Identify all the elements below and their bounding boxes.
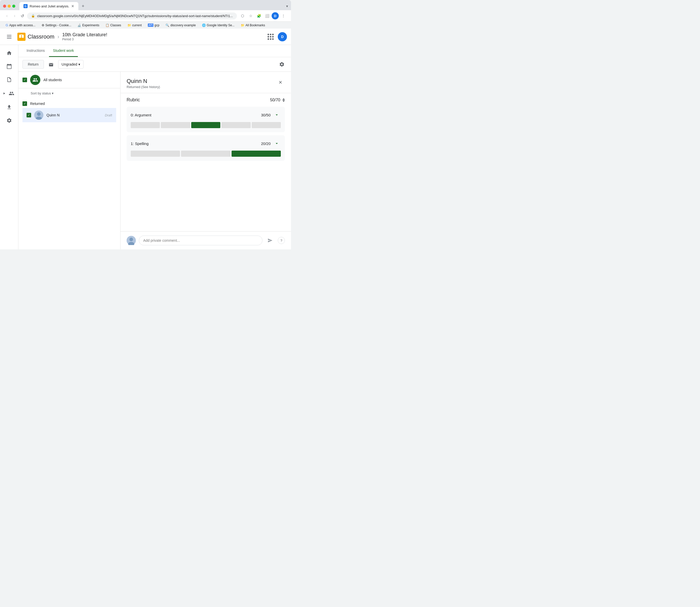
bar-segment — [161, 122, 190, 128]
grid-dot — [268, 36, 269, 38]
app-header: Classroom › 10th Grade Literature! Perio… — [0, 28, 291, 45]
address-bar: ‹ › ↺ 🔒 classroom.google.com/u/0/c/NjEyM… — [0, 10, 291, 21]
bookmark-icon[interactable]: ☆ — [247, 12, 254, 19]
spelling-expand-button[interactable] — [273, 139, 281, 148]
extensions-icon[interactable]: 🧩 — [255, 12, 263, 19]
header-actions: D — [266, 32, 287, 42]
bookmark-gcp-label: gcp — [155, 23, 159, 27]
maximize-traffic-light[interactable] — [12, 5, 15, 8]
sidebar-icon-settings[interactable] — [3, 114, 15, 127]
bookmark-google-identity-icon: 🌐 — [202, 23, 206, 27]
tab-bar: G Romeo and Juliet analysis. ✕ + ▾ — [0, 0, 291, 10]
score-up-arrow[interactable] — [282, 98, 285, 100]
score-down-arrow[interactable] — [282, 100, 285, 102]
bookmark-experiments-label: Experiments — [82, 23, 99, 27]
bookmark-apps[interactable]: G Apps with access... — [4, 23, 37, 27]
bookmark-google-identity[interactable]: 🌐 Google Identity Se... — [200, 23, 236, 27]
spelling-rubric-bar — [131, 151, 281, 157]
bar-segment-filled — [231, 151, 281, 157]
detail-header: Quinn N Returned (See history) ✕ — [121, 72, 291, 93]
close-traffic-light[interactable] — [3, 5, 6, 8]
grade-filter-dropdown[interactable]: Ungraded ▾ — [58, 60, 83, 69]
student-avatar — [34, 110, 43, 120]
sidebar-icon-assignments[interactable] — [3, 74, 15, 86]
grid-dot — [272, 36, 274, 38]
tabs-bar: Instructions Student work — [18, 45, 291, 57]
toolbar: Return Ungraded ▾ — [18, 57, 291, 72]
forward-button[interactable]: › — [12, 12, 17, 19]
rubric-score-value: 50/70 — [270, 98, 280, 102]
url-text: classroom.google.com/u/0/c/NjEyMDI4ODIxM… — [37, 14, 233, 18]
commenter-avatar — [127, 236, 136, 245]
hamburger-button[interactable] — [4, 32, 14, 42]
rubric-total-score: 50/70 — [270, 98, 285, 102]
tab-overflow-button[interactable]: ▾ — [286, 4, 288, 8]
tab-title: Romeo and Juliet analysis. — [29, 4, 69, 8]
grid-dot — [270, 38, 271, 40]
private-comment-input[interactable] — [139, 236, 263, 245]
cast-icon[interactable]: ⬡ — [239, 12, 246, 19]
tab-instructions[interactable]: Instructions — [22, 45, 49, 57]
send-comment-button[interactable] — [266, 236, 275, 245]
rubric-item-name-spelling: 1: Spelling — [131, 141, 149, 146]
grid-dots-icon — [268, 34, 274, 40]
sidebar-icon-home[interactable] — [3, 47, 15, 59]
bookmarks-bar: G Apps with access... ⚙ Settings - Cooki… — [0, 21, 291, 28]
email-button[interactable] — [46, 59, 56, 69]
rubric-item-name-argument: 0: Argument — [131, 113, 151, 117]
active-tab[interactable]: G Romeo and Juliet analysis. ✕ — [19, 2, 78, 10]
grid-dot — [270, 36, 271, 38]
bookmark-settings[interactable]: ⚙ Settings - Cookie... — [40, 23, 73, 27]
score-stepper[interactable] — [282, 98, 285, 102]
svg-point-10 — [129, 238, 133, 241]
close-detail-button[interactable]: ✕ — [276, 78, 285, 87]
all-students-row: ✓ All students — [18, 72, 120, 88]
traffic-lights — [3, 5, 15, 8]
all-students-checkbox[interactable]: ✓ — [22, 78, 27, 82]
student-row[interactable]: ✓ Quinn N Draft — [22, 108, 116, 122]
return-button[interactable]: Return — [22, 60, 44, 69]
apps-grid-button[interactable] — [266, 32, 276, 42]
menu-button[interactable]: ⋮ — [280, 12, 287, 19]
sidebar — [0, 45, 18, 249]
reload-button[interactable]: ↺ — [19, 12, 25, 19]
bookmark-all[interactable]: 📁 All Bookmarks — [239, 23, 267, 27]
svg-point-7 — [37, 112, 41, 116]
sidebar-icon-calendar[interactable] — [3, 60, 15, 72]
bookmark-gcp[interactable]: API gcp — [146, 23, 161, 27]
new-tab-button[interactable]: + — [79, 3, 86, 10]
status-header: ✓ Returned — [22, 99, 116, 108]
sidebar-icon-people[interactable] — [7, 89, 16, 98]
rubric-settings-button[interactable] — [277, 59, 287, 69]
help-button[interactable]: ? — [278, 237, 285, 244]
argument-rubric-bar — [131, 122, 281, 128]
student-detail-name: Quinn N — [127, 78, 160, 84]
back-button[interactable]: ‹ — [4, 12, 10, 19]
tab-close-button[interactable]: ✕ — [71, 4, 74, 8]
url-bar[interactable]: 🔒 classroom.google.com/u/0/c/NjEyMDI4ODI… — [27, 13, 237, 19]
student-checkbox[interactable]: ✓ — [26, 113, 31, 118]
user-avatar[interactable]: D — [278, 32, 287, 41]
tab-student-work[interactable]: Student work — [49, 45, 78, 57]
sort-chevron-icon: ▾ — [52, 91, 54, 95]
rubric-item-argument: 0: Argument 30/50 — [127, 107, 285, 132]
bookmark-current[interactable]: 📁 current — [126, 23, 143, 27]
sidebar-icon-upload[interactable] — [3, 101, 15, 113]
rubric-item-score-spelling: 20/20 — [261, 139, 281, 148]
two-panel-layout: ✓ All students Sort by status ▾ — [18, 72, 291, 249]
window-icon[interactable]: ⬜ — [264, 12, 271, 19]
bookmark-experiments[interactable]: 🔬 Experiments — [76, 23, 101, 27]
lock-icon: 🔒 — [31, 14, 35, 18]
argument-expand-button[interactable] — [273, 111, 281, 119]
student-name: Quinn N — [46, 113, 102, 117]
url-actions: ⬡ ☆ 🧩 ⬜ D ⋮ — [239, 12, 287, 19]
bookmark-classes[interactable]: 📋 Classes — [104, 23, 123, 27]
rubric-header: Rubric 50/70 — [127, 97, 285, 103]
profile-button[interactable]: D — [272, 12, 279, 19]
sidebar-expand-button[interactable] — [0, 87, 18, 100]
returned-checkbox[interactable]: ✓ — [22, 101, 27, 106]
bookmark-discovery[interactable]: 🔍 discovery example — [164, 23, 197, 27]
student-list-panel: ✓ All students Sort by status ▾ — [18, 72, 121, 249]
sort-button[interactable]: Sort by status ▾ — [30, 91, 116, 95]
minimize-traffic-light[interactable] — [8, 5, 11, 8]
